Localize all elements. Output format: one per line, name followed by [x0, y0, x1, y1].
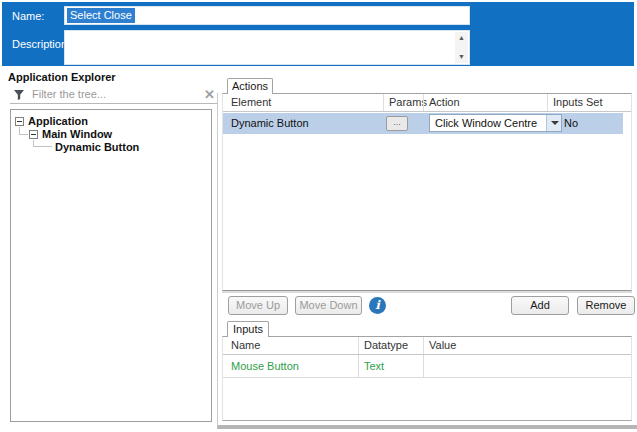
filter-placeholder-text: Filter the tree...: [32, 88, 106, 100]
column-divider: [423, 337, 424, 354]
input-row-name: Mouse Button: [231, 360, 299, 372]
actions-grid: Element Params Action Inputs Set Dynamic…: [222, 93, 632, 291]
name-label: Name:: [12, 10, 44, 22]
column-divider: [358, 337, 359, 354]
header-banner: Name: Select Close Description: ▲ ▼: [2, 2, 634, 66]
scroll-down-icon[interactable]: ▼: [455, 52, 468, 62]
description-label: Description:: [12, 38, 70, 50]
application-tree[interactable]: Application Main Window Dynamic Button: [10, 109, 212, 422]
column-divider: [423, 94, 424, 111]
inputs-grid-header: Name Datatype Value: [223, 337, 631, 355]
tree-connector-line: [34, 146, 52, 147]
inputs-grid: Name Datatype Value Mouse Button Text: [222, 336, 632, 421]
action-dropdown-value: Click Window Centre: [435, 117, 537, 129]
name-input-selected-text: Select Close: [67, 8, 135, 23]
inputs-table-row[interactable]: Mouse Button Text: [223, 355, 631, 378]
name-input[interactable]: Select Close: [64, 6, 470, 25]
tree-node-main-window[interactable]: Main Window: [42, 128, 112, 140]
column-header-value: Value: [429, 339, 456, 351]
clear-x-icon[interactable]: ✕: [204, 87, 215, 102]
tree-connector-line: [20, 134, 28, 135]
application-explorer-title: Application Explorer: [8, 71, 116, 83]
column-header-name: Name: [231, 339, 260, 351]
filter-funnel-icon: [13, 89, 25, 103]
action-row-element: Dynamic Button: [231, 117, 309, 129]
action-properties-window: Name: Select Close Description: ▲ ▼ Appl…: [0, 0, 637, 432]
tree-filter-input[interactable]: Filter the tree... ✕: [10, 86, 218, 104]
input-row-datatype: Text: [364, 360, 384, 372]
column-header-params: Params: [389, 96, 427, 108]
action-row-inputs-set: No: [564, 117, 578, 129]
info-icon: i: [369, 297, 386, 314]
actions-table-row[interactable]: Dynamic Button ... Click Window Centre N…: [223, 113, 623, 134]
scroll-up-icon[interactable]: ▲: [455, 33, 468, 43]
column-divider: [383, 94, 384, 111]
tab-inputs[interactable]: Inputs: [227, 321, 269, 337]
description-textarea[interactable]: ▲ ▼: [64, 30, 470, 65]
column-header-datatype: Datatype: [364, 339, 408, 351]
actions-grid-header: Element Params Action Inputs Set: [223, 94, 631, 112]
column-header-element: Element: [231, 96, 271, 108]
combo-dropdown-icon[interactable]: [546, 115, 561, 131]
column-divider: [358, 355, 359, 378]
move-up-button[interactable]: Move Up: [228, 296, 288, 315]
description-scrollbar[interactable]: ▲ ▼: [455, 32, 468, 63]
column-header-action: Action: [429, 96, 460, 108]
tree-node-dynamic-button[interactable]: Dynamic Button: [55, 141, 139, 153]
move-down-button[interactable]: Move Down: [295, 296, 362, 315]
collapse-minus-icon[interactable]: [15, 117, 24, 126]
params-button[interactable]: ...: [386, 116, 408, 131]
action-dropdown[interactable]: Click Window Centre: [429, 114, 562, 132]
column-header-inputs-set: Inputs Set: [553, 96, 603, 108]
column-divider: [547, 94, 548, 111]
remove-button[interactable]: Remove: [577, 296, 635, 315]
tab-actions[interactable]: Actions: [227, 78, 273, 94]
tree-node-application[interactable]: Application: [28, 115, 88, 127]
collapse-minus-icon[interactable]: [29, 130, 38, 139]
column-divider: [423, 355, 424, 378]
add-button[interactable]: Add: [511, 296, 569, 315]
